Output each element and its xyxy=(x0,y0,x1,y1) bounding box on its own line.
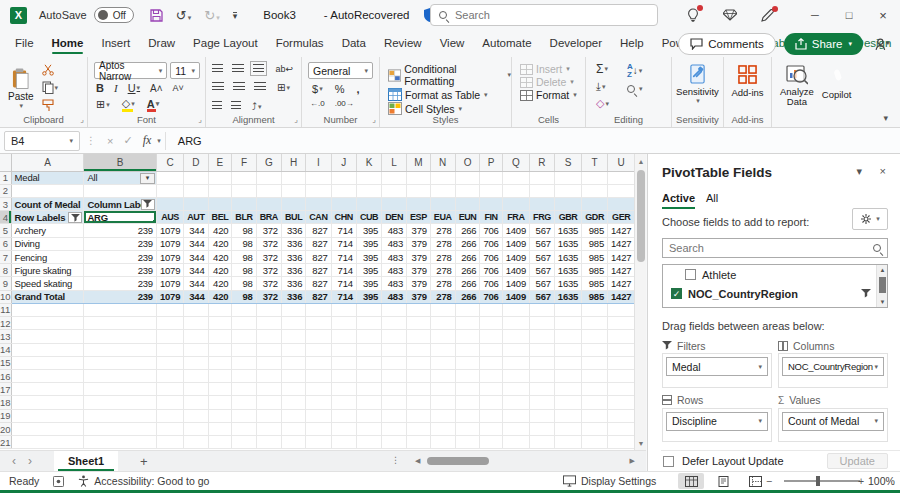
cell-B20[interactable] xyxy=(84,422,157,435)
cell-J21[interactable] xyxy=(331,436,356,449)
cell-Q11[interactable] xyxy=(502,303,529,316)
cell-L12[interactable] xyxy=(382,317,407,330)
cell-D20[interactable] xyxy=(184,422,208,435)
cell-L20[interactable] xyxy=(382,422,407,435)
cell-M12[interactable] xyxy=(407,317,431,330)
analyze-data-button[interactable]: Analyze Data xyxy=(780,57,814,107)
cell-R14[interactable] xyxy=(530,343,555,356)
cell-N18[interactable] xyxy=(430,396,455,409)
scroll-up-icon[interactable]: ▲ xyxy=(635,155,647,167)
field-item-athlete[interactable]: Athlete xyxy=(663,265,887,284)
cell-S21[interactable] xyxy=(554,436,581,449)
cell-I20[interactable] xyxy=(306,422,331,435)
cell-B2[interactable] xyxy=(84,184,157,197)
defer-layout-checkbox[interactable] xyxy=(663,456,674,467)
cell-C18[interactable] xyxy=(156,396,183,409)
page-layout-view-button[interactable] xyxy=(710,473,736,489)
merge-center-button[interactable]: ⊞▾ xyxy=(277,82,290,93)
cell-G18[interactable] xyxy=(256,396,281,409)
cell-B13[interactable] xyxy=(84,330,157,343)
zoom-slider-thumb[interactable] xyxy=(816,476,820,486)
cell-M2[interactable] xyxy=(407,184,431,197)
cell-H1[interactable] xyxy=(281,171,305,184)
cell-S7[interactable]: 1635 xyxy=(554,250,581,263)
cell-C17[interactable] xyxy=(156,383,183,396)
cell-C10[interactable]: 1079 xyxy=(156,290,183,303)
cell-C5[interactable]: 1079 xyxy=(156,224,183,237)
cell-Q13[interactable] xyxy=(502,330,529,343)
cell-I6[interactable]: 827 xyxy=(306,237,331,250)
cell-Q20[interactable] xyxy=(502,422,529,435)
cell-I8[interactable]: 827 xyxy=(306,264,331,277)
field-filter-icon[interactable] xyxy=(861,289,871,298)
cell-B18[interactable] xyxy=(84,396,157,409)
cell-F12[interactable] xyxy=(232,317,256,330)
cell-K18[interactable] xyxy=(356,396,381,409)
cell-U12[interactable] xyxy=(608,317,634,330)
cell-Q18[interactable] xyxy=(502,396,529,409)
cell-J2[interactable] xyxy=(331,184,356,197)
cell-H18[interactable] xyxy=(281,396,305,409)
add-sheet-button[interactable]: + xyxy=(140,454,148,469)
cell-R6[interactable]: 567 xyxy=(530,237,555,250)
ribbon-tab-automate[interactable]: Automate xyxy=(473,31,540,56)
cell-C20[interactable] xyxy=(156,422,183,435)
cell-N14[interactable] xyxy=(430,343,455,356)
field-list-scrollbar[interactable]: ▲ ▼ xyxy=(876,265,887,307)
ribbon-tab-insert[interactable]: Insert xyxy=(92,31,139,56)
cell-P18[interactable] xyxy=(480,396,502,409)
conditional-formatting-button[interactable]: Conditional Formatting▾ xyxy=(388,63,511,87)
cell-A7[interactable]: Fencing xyxy=(11,250,84,263)
cell-H9[interactable]: 336 xyxy=(281,277,305,290)
cell-J4[interactable]: CHN xyxy=(331,211,356,224)
clipboard-dialog-launcher[interactable]: ⌟ xyxy=(80,115,84,124)
cell-M10[interactable]: 379 xyxy=(407,290,431,303)
column-header-N[interactable]: N xyxy=(430,154,455,171)
cell-C4[interactable]: AUS xyxy=(156,211,183,224)
column-header-I[interactable]: I xyxy=(306,154,331,171)
cell-E3[interactable] xyxy=(208,197,232,210)
cell-U17[interactable] xyxy=(608,383,634,396)
addins-button[interactable]: Add-ins xyxy=(724,57,771,98)
cell-K9[interactable]: 395 xyxy=(356,277,381,290)
field-list-scroll-down-icon[interactable]: ▼ xyxy=(877,297,888,307)
formula-input[interactable]: ARG xyxy=(178,135,202,147)
cell-E15[interactable] xyxy=(208,356,232,369)
cell-U5[interactable]: 1427 xyxy=(608,224,634,237)
cell-N2[interactable] xyxy=(430,184,455,197)
cell-R16[interactable] xyxy=(530,370,555,383)
cell-L10[interactable]: 483 xyxy=(382,290,407,303)
row-header-10[interactable]: 10 xyxy=(0,290,11,303)
cell-I10[interactable]: 827 xyxy=(306,290,331,303)
cell-J15[interactable] xyxy=(331,356,356,369)
save-icon[interactable] xyxy=(150,9,163,22)
cell-H5[interactable]: 336 xyxy=(281,224,305,237)
row-header-6[interactable]: 6 xyxy=(0,237,11,250)
cell-D17[interactable] xyxy=(184,383,208,396)
cell-T20[interactable] xyxy=(582,422,608,435)
row-header-3[interactable]: 3 xyxy=(0,197,11,210)
cell-S9[interactable]: 1635 xyxy=(554,277,581,290)
cell-P16[interactable] xyxy=(480,370,502,383)
cell-R13[interactable] xyxy=(530,330,555,343)
column-header-O[interactable]: O xyxy=(455,154,480,171)
cell-P2[interactable] xyxy=(480,184,502,197)
cell-H8[interactable]: 336 xyxy=(281,264,305,277)
cell-U14[interactable] xyxy=(608,343,634,356)
cell-U2[interactable] xyxy=(608,184,634,197)
cell-U10[interactable]: 1427 xyxy=(608,290,634,303)
premium-icon[interactable] xyxy=(723,9,737,21)
people-icon[interactable] xyxy=(875,38,890,51)
cell-I5[interactable]: 827 xyxy=(306,224,331,237)
cell-J18[interactable] xyxy=(331,396,356,409)
cell-M11[interactable] xyxy=(407,303,431,316)
cell-R21[interactable] xyxy=(530,436,555,449)
cell-Q19[interactable] xyxy=(502,409,529,422)
cell-T5[interactable]: 985 xyxy=(582,224,608,237)
cell-E12[interactable] xyxy=(208,317,232,330)
cell-M7[interactable]: 379 xyxy=(407,250,431,263)
increase-decimal-button[interactable]: ←.0 xyxy=(310,99,325,108)
cell-M5[interactable]: 379 xyxy=(407,224,431,237)
row-header-15[interactable]: 15 xyxy=(0,356,11,369)
cell-A11[interactable] xyxy=(11,303,84,316)
